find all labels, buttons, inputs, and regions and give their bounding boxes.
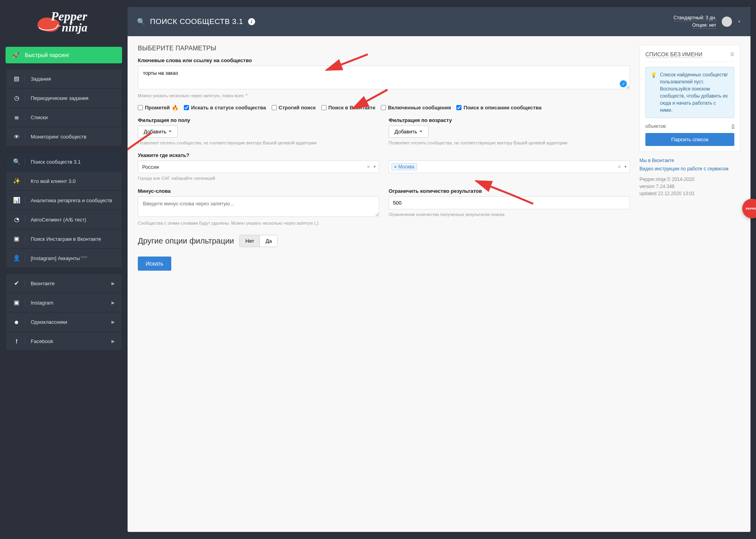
tariff-link[interactable]: Стандартный: 3 дн. xyxy=(674,15,717,21)
sidebar-item-label: Задания xyxy=(31,76,51,82)
checkbox-vk[interactable]: Поиск в Вконтакте xyxy=(321,105,375,111)
sidebar-item-facebook[interactable]: fFacebook▶ xyxy=(6,332,122,351)
checkbox-status[interactable]: Искать в статусе сообщества xyxy=(184,105,266,111)
chevron-right-icon: ▶ xyxy=(111,339,115,344)
other-options-label: Другие опции фильтрации xyxy=(138,236,234,246)
sidebar-item-label: Одноклассники xyxy=(31,319,67,325)
rocket-icon: 🚀 xyxy=(13,52,19,58)
checkbox-desc[interactable]: Поиск в описании сообщества xyxy=(456,105,541,111)
sidebar-item-label: Вконтакте xyxy=(31,281,55,286)
checkbox-strict[interactable]: Строгий поиск xyxy=(272,105,316,111)
sidebar-item-label: АвтоСегмент (А/Б тест) xyxy=(31,217,86,223)
video-link[interactable]: Видео инструкции по работе с сервисом xyxy=(639,165,740,173)
keywords-hint: Можно указать несколько через запятую, п… xyxy=(138,93,630,99)
chevron-down-icon[interactable]: ▼ xyxy=(373,165,376,169)
checkbox-enabled[interactable]: Включенные сообщения xyxy=(381,105,451,111)
menu-icon[interactable]: ≡ xyxy=(730,51,734,58)
sidebar-item-задания[interactable]: ▤Задания xyxy=(6,69,122,89)
option-link[interactable]: Опция: нет xyxy=(692,22,716,29)
limit-hint: Ограничение количества полученных резуль… xyxy=(389,212,630,218)
list-icon: ≣ xyxy=(13,114,20,121)
lightbulb-icon: 💡 xyxy=(650,71,657,114)
fast-parse-label: Быстрый парсинг xyxy=(25,52,69,58)
keywords-input[interactable] xyxy=(138,66,630,89)
user-icon: 👤 xyxy=(13,255,20,262)
page-title: ПОИСК СООБЩЕСТВ 3.1 xyxy=(150,17,243,26)
vk-link[interactable]: Мы в Вконтакте xyxy=(639,157,740,164)
objects-count: 0 xyxy=(732,124,734,129)
sidebar-item-label: Поиск Инстаграм в Вконтакте xyxy=(31,236,101,242)
chevron-right-icon: ▶ xyxy=(111,319,115,325)
minus-hint: Сообщества с этими словами будут удалены… xyxy=(138,220,379,226)
toggle-yes[interactable]: Да xyxy=(259,235,277,247)
list-title[interactable]: СПИСОК БЕЗ ИМЕНИ xyxy=(645,51,702,58)
parse-list-button[interactable]: Парсить список xyxy=(645,133,734,146)
info-icon[interactable]: i xyxy=(248,18,255,25)
sidebar-item-label: Периодические задания xyxy=(31,95,89,101)
sidebar-item-периодические-задания[interactable]: ◷Периодические задания xyxy=(6,89,122,108)
chevron-right-icon: ▶ xyxy=(111,281,115,286)
limit-input[interactable] xyxy=(389,196,630,209)
svg-text:ninja: ninja xyxy=(62,21,87,34)
country-value: Россия xyxy=(141,163,161,171)
sidebar-item-label: Поиск сообществ 3.1 xyxy=(31,159,81,165)
chart-icon: 📊 xyxy=(13,197,20,204)
keywords-label: Ключевые слова или ссылку на сообщество xyxy=(138,57,630,63)
chevron-down-icon[interactable]: ▼ xyxy=(624,165,627,169)
search-icon: 🔍 xyxy=(13,158,20,165)
chevron-right-icon: ▶ xyxy=(111,300,115,305)
section-heading: ВЫБЕРИТЕ ПАРАМЕТРЫ xyxy=(138,45,630,52)
svg-text:-: - xyxy=(58,20,61,30)
gender-filter-label: Фильтрация по полу xyxy=(138,117,379,123)
sidebar-item-instagram[interactable]: ▣Instagram▶ xyxy=(6,293,122,312)
insta-icon: ▣ xyxy=(13,299,20,306)
objects-label: объектов: xyxy=(645,124,667,129)
limit-label: Ограничить количество результатов xyxy=(389,188,630,194)
sidebar-item-автосегмент-а-б-тест-[interactable]: ◔АвтоСегмент (А/Б тест) xyxy=(6,210,122,229)
clear-icon[interactable]: × xyxy=(367,164,370,170)
logo[interactable]: Pepper ninja - xyxy=(6,7,122,40)
pie-icon: ◔ xyxy=(13,216,20,223)
meta-info: Pepper.ninja © 2014-2020 version 7.24.34… xyxy=(639,176,740,197)
sidebar-item-label: Instagram xyxy=(31,300,54,306)
vk-icon: ✔ xyxy=(13,280,20,287)
gender-hint: Позволяет отсеять сообщества, не соответ… xyxy=(138,140,379,146)
info-box: 💡 Список найденных сообществ/ пользовате… xyxy=(645,67,734,118)
city-input[interactable]: ×Москва × ▼ xyxy=(389,161,630,173)
sidebar-item-одноклассники[interactable]: ☻Одноклассники▶ xyxy=(6,312,122,332)
sidebar-item-label: Аналитика ретаргета и сообществ xyxy=(31,198,112,203)
sidebar-item--instagram-аккаунты[interactable]: 👤[Instagram] Аккаунтыnew xyxy=(6,249,122,268)
chevron-down-icon[interactable]: ▼ xyxy=(737,20,741,24)
toggle-no[interactable]: Нет xyxy=(240,235,259,247)
fast-parse-button[interactable]: 🚀 Быстрый парсинг xyxy=(6,47,122,63)
tag-remove-icon[interactable]: × xyxy=(394,164,397,169)
sidebar-item-списки[interactable]: ≣Списки xyxy=(6,108,122,127)
search-icon: 🔍 xyxy=(137,18,145,26)
sidebar-item-label: Списки xyxy=(31,114,48,120)
sidebar-item-поиск-сообществ-3-1[interactable]: 🔍Поиск сообществ 3.1 xyxy=(6,152,122,172)
minus-label: Минус-слова xyxy=(138,188,379,194)
sidebar-item-label: [Instagram] Аккаунтыnew xyxy=(31,255,87,261)
where-label: Укажите где искать? xyxy=(138,152,630,158)
sidebar-item-поиск-инстаграм-в-вконтакте[interactable]: ▣Поиск Инстаграм в Вконтакте xyxy=(6,229,122,249)
age-hint: Позволяет отсеять сообщества, не соответ… xyxy=(389,140,630,146)
tasks-icon: ▤ xyxy=(13,75,20,82)
other-options-toggle[interactable]: Нет Да xyxy=(239,235,278,247)
age-add-button[interactable]: Добавить xyxy=(389,126,428,138)
sidebar-item-аналитика-ретаргета-и-сообществ[interactable]: 📊Аналитика ретаргета и сообществ xyxy=(6,191,122,210)
sidebar-item-label: Кто мой клиент 3.0 xyxy=(31,178,76,184)
ok-icon: ☻ xyxy=(13,319,20,325)
minus-input[interactable] xyxy=(138,196,379,217)
age-filter-label: Фильтрация по возрасту xyxy=(389,117,630,123)
sidebar-item-мониторинг-сообществ[interactable]: 👁Мониторинг сообществ xyxy=(6,127,122,146)
fb-icon: f xyxy=(13,338,20,345)
country-input[interactable]: Россия × ▼ xyxy=(138,161,379,173)
sidebar-item-вконтакте[interactable]: ✔Вконтакте▶ xyxy=(6,274,122,293)
gender-add-button[interactable]: Добавить xyxy=(138,126,178,138)
search-button[interactable]: Искать xyxy=(138,257,171,271)
checkbox-promethey[interactable]: Прометей🔥 xyxy=(138,105,178,111)
insta-icon: ▣ xyxy=(13,235,20,242)
clear-icon[interactable]: × xyxy=(618,164,621,170)
sidebar-item-кто-мой-клиент-3-0[interactable]: ✨Кто мой клиент 3.0 xyxy=(6,172,122,191)
avatar[interactable] xyxy=(722,17,732,27)
